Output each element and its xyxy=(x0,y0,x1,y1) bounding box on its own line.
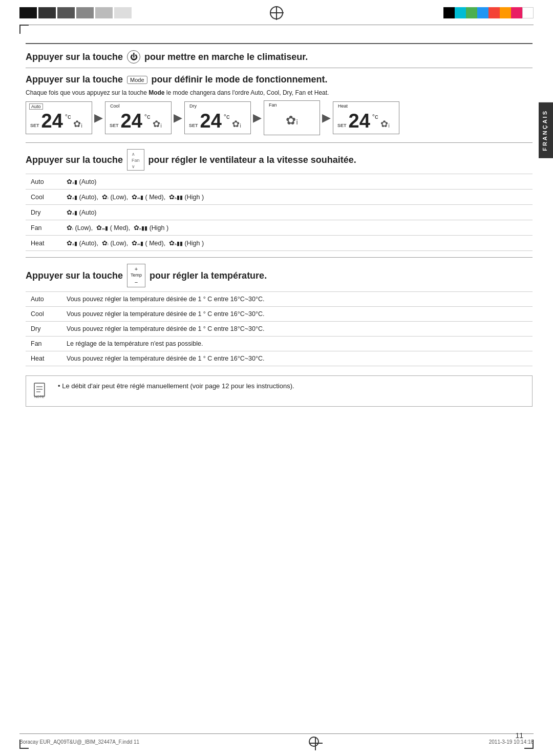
page-number: 11 xyxy=(515,731,523,740)
set-label-auto: SET xyxy=(30,123,39,128)
section1-header-text: Appuyer sur la touche xyxy=(26,52,123,62)
section4-header-suffix: pour régler la température. xyxy=(150,270,267,281)
temp-plus: + xyxy=(135,265,138,272)
fan-speed-dry: ✿ₐ▮ (Auto) xyxy=(61,205,533,220)
temp-desc-dry: Vous pouvez régler la température désiré… xyxy=(61,322,533,337)
mode-panel-fan-display: ✿ᵢ xyxy=(268,113,315,128)
section3-header: Appuyer sur la touche ∧ Fan ∨ pour régle… xyxy=(26,149,533,171)
mode-button-icon: Mode xyxy=(127,76,147,84)
table-row: Fan ✿ₗ (Low), ✿ₘ▮ ( Med), ✿ₕ▮▮ (High ) xyxy=(26,220,533,236)
mode-panel-heat: Heat SET 24 °c ✿ᵢ xyxy=(333,101,399,134)
cb-orange xyxy=(500,7,511,18)
section3-header-suffix: pour régler le ventilateur a la vitesse … xyxy=(148,155,356,165)
reg-bar-5 xyxy=(95,7,113,18)
svg-text:NOTE: NOTE xyxy=(34,395,45,398)
section4-header: Appuyer sur la touche + Temp − pour régl… xyxy=(26,264,533,287)
reg-bar-1 xyxy=(19,7,37,18)
mode-label-auto: Auto xyxy=(29,103,43,110)
fan-mode-heat: Heat xyxy=(26,236,61,251)
set-label-cool: SET xyxy=(110,123,119,128)
table-row: Dry Vous pouvez régler la température dé… xyxy=(26,322,533,337)
section2-sub-suffix: le mode changera dans l'ordre Auto, Cool… xyxy=(165,89,329,96)
fan-speed-heat: ✿ₐ▮ (Auto), ✿ₗ (Low), ✿ₘ▮ ( Med), ✿ₕ▮▮ (… xyxy=(61,236,533,251)
compass-bottom xyxy=(309,737,319,747)
power-icon: ⏻ xyxy=(127,50,140,64)
fan-btn-top: ∧ xyxy=(132,152,135,157)
section2-sub-bold: Mode xyxy=(148,89,164,96)
temp-cool: 24 xyxy=(121,111,142,131)
cb-magenta xyxy=(511,7,522,18)
note-box: NOTE • Le débit d'air peut être réglé ma… xyxy=(26,375,533,407)
fan-speed-table: Auto ✿ₐ▮ (Auto) Cool ✿ₐ▮ (Auto), ✿ₗ (Low… xyxy=(26,174,533,251)
note-text: • Le débit d'air peut être réglé manuell… xyxy=(58,382,294,390)
fan-speed-auto: ✿ₐ▮ (Auto) xyxy=(61,174,533,190)
set-label-dry: SET xyxy=(189,123,198,128)
cb-black xyxy=(443,7,455,18)
section3-header-text: Appuyer sur la touche xyxy=(26,155,123,165)
temp-mode-fan: Fan xyxy=(26,337,61,351)
compass-top xyxy=(270,6,283,21)
section1-header-suffix: pour mettre en marche le climatiseur. xyxy=(144,52,308,62)
cb-blue xyxy=(477,7,488,18)
note-document-icon: NOTE xyxy=(33,382,48,398)
reg-bar-2 xyxy=(38,7,56,18)
mode-panel-auto-display: SET 24 °c ✿ᵢ xyxy=(30,111,88,131)
unit-auto: °c xyxy=(65,113,71,120)
cb-red xyxy=(488,7,500,18)
fan-mode-dry: Dry xyxy=(26,205,61,220)
temp-desc-heat: Vous pouvez régler la température désiré… xyxy=(61,351,533,366)
unit-dry: °c xyxy=(224,113,230,120)
section1-header: Appuyer sur la touche ⏻ pour mettre en m… xyxy=(26,50,533,64)
fan-button-icon: ∧ Fan ∨ xyxy=(127,149,144,171)
reg-bar-4 xyxy=(76,7,94,18)
temp-desc-fan: Le réglage de la température n'est pas p… xyxy=(61,337,533,351)
temp-label: Temp xyxy=(131,272,142,279)
section2-header: Appuyer sur la touche Mode pour définir … xyxy=(26,74,533,85)
fan-btn-middle: Fan xyxy=(132,158,140,163)
bottom-bar: Boracay EUR_AQ09T&U@_IBIM_32447A_F.indd … xyxy=(19,733,534,747)
corner-mark-br xyxy=(524,740,534,749)
section2-sub-prefix: Chaque fois que vous appuyez sur la touc… xyxy=(26,89,148,96)
fan-btn-bottom: ∨ xyxy=(132,164,135,169)
fan-mode-auto: Auto xyxy=(26,174,61,190)
note-bullet: • xyxy=(58,382,60,390)
table-row: Heat Vous pouvez régler la température d… xyxy=(26,351,533,366)
table-row: Cool Vous pouvez régler la température d… xyxy=(26,307,533,322)
set-label-heat: SET xyxy=(337,123,347,128)
top-rule xyxy=(19,25,534,25)
mode-label-cool: Cool xyxy=(109,103,121,109)
section2-header-suffix: pour définir le mode de fonctionnement. xyxy=(152,74,328,85)
table-row: Cool ✿ₐ▮ (Auto), ✿ₗ (Low), ✿ₘ▮ ( Med), ✿… xyxy=(26,190,533,205)
section4-header-text: Appuyer sur la touche xyxy=(26,270,123,281)
reg-bar-3 xyxy=(57,7,75,18)
mode-label-dry: Dry xyxy=(188,103,198,109)
color-bars-right xyxy=(443,7,534,18)
section2-header-text: Appuyer sur la touche xyxy=(26,74,123,85)
mode-panel-fan: Fan ✿ᵢ xyxy=(264,100,320,135)
mode-panel-auto: Auto SET 24 °c ✿ᵢ xyxy=(26,101,92,134)
language-tab: FRANÇAIS xyxy=(539,102,553,158)
temp-mode-auto: Auto xyxy=(26,292,61,307)
table-row: Auto Vous pouvez régler la température d… xyxy=(26,292,533,307)
unit-heat: °c xyxy=(372,113,378,120)
fan-mode-cool: Cool xyxy=(26,190,61,205)
mode-panel-dry-display: SET 24 °c ✿ᵢ xyxy=(189,111,246,131)
fan-icon-cool: ✿ᵢ xyxy=(153,118,162,130)
mode-panel-dry: Dry SET 24 °c ✿ᵢ xyxy=(184,101,251,134)
arrow-2: ▶ xyxy=(174,111,182,124)
cb-white xyxy=(522,7,534,18)
note-content: Le débit d'air peut être réglé manuellem… xyxy=(62,382,294,390)
fan-mode-fan: Fan xyxy=(26,220,61,236)
table-row: Heat ✿ₐ▮ (Auto), ✿ₗ (Low), ✿ₘ▮ ( Med), ✿… xyxy=(26,236,533,251)
filename-label: Boracay EUR_AQ09T&U@_IBIM_32447A_F.indd … xyxy=(19,739,139,745)
temp-mode-heat: Heat xyxy=(26,351,61,366)
arrow-1: ▶ xyxy=(94,111,103,124)
temp-table: Auto Vous pouvez régler la température d… xyxy=(26,291,533,366)
temp-auto: 24 xyxy=(41,111,63,131)
fan-icon-fan: ✿ᵢ xyxy=(286,113,298,128)
temp-minus: − xyxy=(135,279,138,286)
temp-heat: 24 xyxy=(349,111,370,131)
section2-sub: Chaque fois que vous appuyez sur la touc… xyxy=(26,89,533,96)
language-tab-label: FRANÇAIS xyxy=(542,110,548,151)
fan-icon-dry: ✿ᵢ xyxy=(232,118,241,130)
